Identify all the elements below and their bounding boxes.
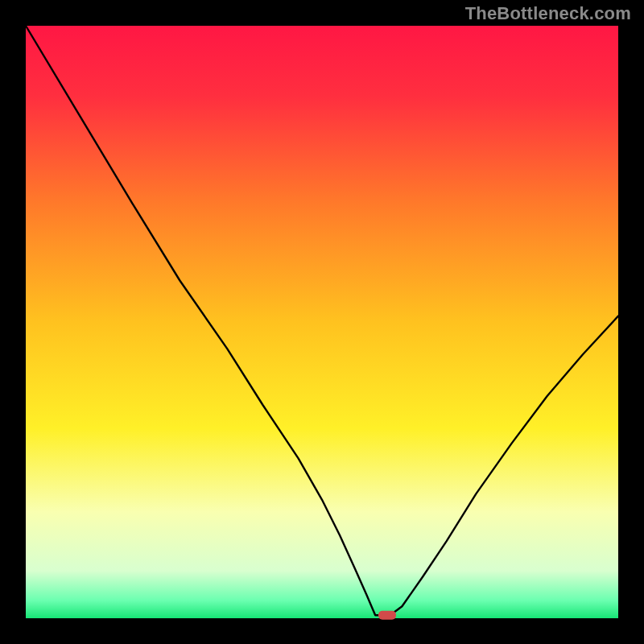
chart-background [26,26,618,618]
chart-svg [0,0,644,644]
optimum-marker [378,611,396,620]
watermark: TheBottleneck.com [465,3,631,24]
bottleneck-chart: TheBottleneck.com [0,0,644,644]
